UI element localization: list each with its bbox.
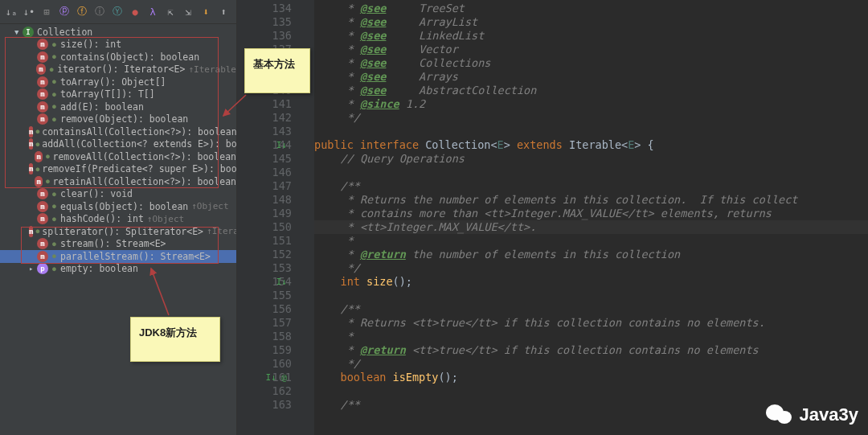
line-number: 141 xyxy=(237,97,292,111)
code-line[interactable]: * xyxy=(314,234,868,248)
gutter-mark-icon[interactable]: I↓ xyxy=(276,275,287,289)
code-line[interactable]: */ xyxy=(314,261,868,275)
line-number: 154I↓ xyxy=(237,275,292,289)
code-line[interactable] xyxy=(314,289,868,302)
structure-tree[interactable]: ▼ I Collection m●size(): intm●contains(O… xyxy=(0,24,236,435)
code-line[interactable] xyxy=(314,166,868,179)
line-number: 145 xyxy=(237,152,292,166)
show-anon-icon[interactable]: Ⓨ xyxy=(109,4,125,20)
line-number: 152 xyxy=(237,248,292,261)
tree-item[interactable]: m●toArray(): Object[] xyxy=(0,76,236,88)
lambda-icon[interactable]: λ xyxy=(145,4,161,20)
tree-item-label: removeAll(Collection<?>): boolean xyxy=(53,151,236,162)
structure-toolbar: ↓ₐ ↓• ⊞ ⓟ ⓕ ⓘ Ⓨ ● λ ⇱ ⇲ ⬇ ⬆ xyxy=(0,0,236,24)
line-number: 149 xyxy=(237,207,292,220)
tree-item[interactable]: m●add(E): boolean xyxy=(0,101,236,113)
tree-root[interactable]: ▼ I Collection xyxy=(0,26,236,39)
code-line[interactable]: * @see TreeSet xyxy=(314,2,868,15)
code-line[interactable]: * @return <tt>true</tt> if this collecti… xyxy=(314,343,868,357)
sticky-note-jdk8: JDK8新方法 xyxy=(130,317,220,362)
line-number: 135 xyxy=(237,15,292,29)
gutter-mark-icon[interactable]: I↓ xyxy=(276,138,287,152)
code-line[interactable]: * @since 1.2 xyxy=(314,97,868,111)
expand-icon[interactable]: ⊞ xyxy=(39,4,55,20)
code-editor[interactable]: 134135136137138139140141142143144I↓14514… xyxy=(237,0,868,435)
visibility-icon: ● xyxy=(45,178,50,185)
show-properties-icon[interactable]: ⓟ xyxy=(56,4,72,20)
method-icon: m xyxy=(35,151,43,162)
tree-item[interactable]: m●size(): int xyxy=(0,39,236,51)
show-inherited-icon[interactable]: ⓘ xyxy=(92,4,108,20)
structure-sidebar: ↓ₐ ↓• ⊞ ⓟ ⓕ ⓘ Ⓨ ● λ ⇱ ⇲ ⬇ ⬆ ▼ I Collecti… xyxy=(0,0,237,435)
line-number: 162 xyxy=(237,384,292,398)
code-line[interactable]: * @see Arrays xyxy=(314,70,868,84)
visibility-icon: ● xyxy=(51,252,58,260)
line-number: 150 xyxy=(237,220,292,234)
visibility-icon: ● xyxy=(48,66,55,73)
code-line[interactable]: * @see LinkedList xyxy=(314,29,868,43)
tree-item[interactable]: m●addAll(Collection<? extends E>): boole… xyxy=(0,138,236,151)
tree-item[interactable]: m●parallelStream(): Stream<E> xyxy=(0,250,236,263)
wechat-icon xyxy=(766,403,795,427)
tree-item[interactable]: m●containsAll(Collection<?>): boolean xyxy=(0,125,236,138)
tree-expander[interactable]: ▸ xyxy=(29,265,37,273)
tree-item-label: retainAll(Collection<?>): boolean xyxy=(53,176,236,187)
code-line[interactable] xyxy=(314,125,868,138)
line-number: 153 xyxy=(237,261,292,275)
visibility-icon: ● xyxy=(51,203,58,210)
show-fields-icon[interactable]: ⓕ xyxy=(74,4,90,20)
code-line[interactable] xyxy=(314,384,868,398)
tree-item[interactable]: m●contains(Object): boolean xyxy=(0,51,236,64)
method-icon: m xyxy=(37,101,48,113)
code-line[interactable]: int size(); xyxy=(314,275,868,289)
autoscroll-icon[interactable]: ⬇ xyxy=(198,4,214,20)
editor-code[interactable]: * @see TreeSet * @see ArrayList * @see L… xyxy=(314,0,868,435)
code-line[interactable]: * <tt>Integer.MAX_VALUE</tt>. xyxy=(314,220,868,234)
sort-az-icon[interactable]: ↓ₐ xyxy=(3,4,19,20)
line-number: 142 xyxy=(237,111,292,125)
tree-item[interactable]: m●stream(): Stream<E> xyxy=(0,238,236,251)
code-line[interactable]: * @return the number of elements in this… xyxy=(314,248,868,261)
tree-item-label: spliterator(): Spliterator<E> xyxy=(42,226,203,237)
code-line[interactable]: // Query Operations xyxy=(314,152,868,166)
tree-item[interactable]: m●equals(Object): boolean↑Object xyxy=(0,200,236,213)
code-line[interactable]: * @see ArrayList xyxy=(314,15,868,29)
tree-item[interactable]: m●spliterator(): Spliterator<E>↑Iterable xyxy=(0,225,236,238)
tree-item[interactable]: m●hashCode(): int↑Object xyxy=(0,213,236,226)
code-line[interactable]: * contains more than <tt>Integer.MAX_VAL… xyxy=(314,207,868,220)
code-line[interactable]: */ xyxy=(314,111,868,125)
tree-item[interactable]: m●remove(Object): boolean xyxy=(0,113,236,126)
visibility-icon: ● xyxy=(51,53,58,60)
code-line[interactable]: */ xyxy=(314,357,868,371)
collapse-icon[interactable]: ⇱ xyxy=(162,4,178,20)
code-line[interactable]: /** xyxy=(314,302,868,316)
method-icon: m xyxy=(35,176,43,187)
code-line[interactable]: * Returns the number of elements in this… xyxy=(314,193,868,207)
sort-vis-icon[interactable]: ↓• xyxy=(21,4,37,20)
code-line[interactable]: * xyxy=(314,330,868,343)
code-line[interactable]: * @see AbstractCollection xyxy=(314,84,868,97)
code-line[interactable]: /** xyxy=(314,179,868,193)
tree-item[interactable]: m●iterator(): Iterator<E>↑Iterable xyxy=(0,64,236,76)
method-icon: m xyxy=(37,251,48,262)
tree-item[interactable]: m●removeIf(Predicate<? super E>): boolea… xyxy=(0,163,236,176)
method-icon: m xyxy=(37,238,48,249)
tree-item[interactable]: m●toArray(T[]): T[] xyxy=(0,88,236,101)
tree-item[interactable]: ▸p●empty: boolean xyxy=(0,263,236,276)
tree-item[interactable]: m●retainAll(Collection<?>): boolean xyxy=(0,175,236,188)
tree-item[interactable]: m●removeAll(Collection<?>): boolean xyxy=(0,150,236,163)
show-non-public-icon[interactable]: ● xyxy=(127,4,143,20)
code-line[interactable]: * Returns <tt>true</tt> if this collecti… xyxy=(314,316,868,330)
code-line[interactable]: * @see Collections xyxy=(314,56,868,70)
line-number: 147 xyxy=(237,179,292,193)
autoscroll-from-icon[interactable]: ⬆ xyxy=(215,4,231,20)
code-line[interactable]: * @see Vector xyxy=(314,43,868,56)
chevron-down-icon[interactable]: ▼ xyxy=(14,28,23,36)
visibility-icon: ● xyxy=(35,141,39,148)
code-line[interactable]: public interface Collection<E> extends I… xyxy=(314,138,868,152)
visibility-icon: ● xyxy=(51,191,58,198)
gutter-mark-icon[interactable]: I↓ @ xyxy=(266,371,288,384)
code-line[interactable]: boolean isEmpty(); xyxy=(314,371,868,384)
expand-all-icon[interactable]: ⇲ xyxy=(180,4,196,20)
tree-item[interactable]: m●clear(): void xyxy=(0,188,236,201)
